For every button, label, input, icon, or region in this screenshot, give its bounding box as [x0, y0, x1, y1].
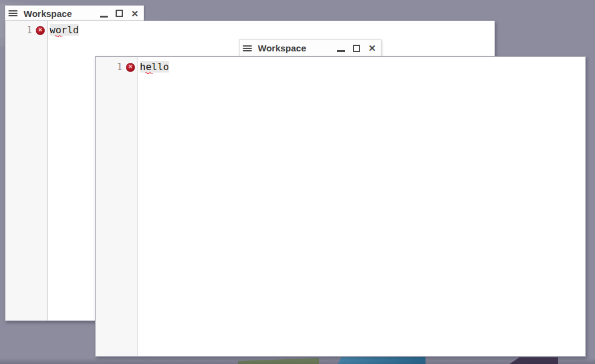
window-2-editor: 1 ✕ hello	[95, 56, 586, 357]
wallpaper-green-shape	[238, 358, 319, 364]
line-number: 1	[27, 25, 32, 36]
close-icon: ✕	[368, 44, 376, 53]
maximize-button[interactable]	[116, 10, 123, 17]
window-title: Workspace	[258, 43, 306, 53]
window-2-titlebar[interactable]: Workspace ✕	[239, 39, 381, 56]
error-icon: ✕	[126, 63, 135, 72]
maximize-icon	[116, 10, 123, 17]
line-number: 1	[117, 62, 122, 73]
maximize-button[interactable]	[353, 45, 360, 52]
wallpaper-purple-shape	[510, 357, 558, 364]
line-number-gutter: 1 ✕	[96, 57, 138, 356]
menu-icon[interactable]	[8, 10, 18, 17]
code-text: hello	[140, 61, 169, 73]
line-number-gutter: 1 ✕	[5, 21, 48, 320]
code-text: world	[50, 24, 79, 36]
window-controls: ✕	[100, 9, 139, 18]
menu-icon[interactable]	[243, 45, 252, 52]
window-controls: ✕	[337, 44, 376, 53]
close-button[interactable]: ✕	[131, 9, 139, 18]
wallpaper-teal-shape	[338, 356, 426, 364]
minimize-icon	[337, 50, 345, 52]
gutter-row: 1 ✕	[5, 25, 47, 36]
minimize-icon	[100, 16, 108, 18]
gutter-row: 1 ✕	[96, 62, 137, 73]
editor-text-area[interactable]: hello	[138, 57, 585, 356]
spellcheck-squiggle-icon	[55, 34, 62, 37]
code-line: world	[48, 25, 495, 36]
spellcheck-squiggle-icon	[145, 71, 153, 74]
window-title: Workspace	[24, 8, 72, 19]
code-line: hello	[138, 62, 585, 73]
window-1-titlebar[interactable]: Workspace ✕	[5, 5, 144, 21]
close-icon: ✕	[131, 9, 139, 18]
minimize-button[interactable]	[100, 13, 108, 15]
maximize-icon	[353, 45, 360, 52]
minimize-button[interactable]	[337, 47, 345, 49]
error-icon: ✕	[36, 26, 45, 35]
close-button[interactable]: ✕	[368, 44, 376, 53]
